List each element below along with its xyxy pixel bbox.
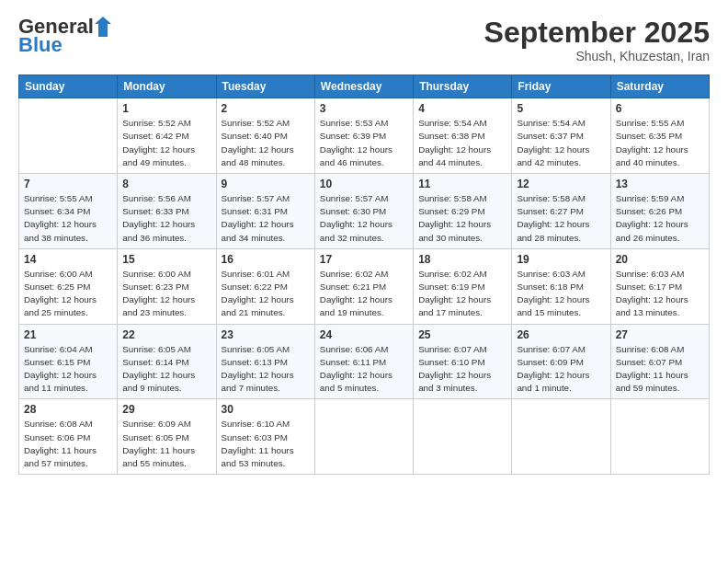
day-info: Sunrise: 6:06 AMSunset: 6:11 PMDaylight:… [320, 343, 408, 396]
calendar-cell: 2Sunrise: 5:52 AMSunset: 6:40 PMDaylight… [216, 98, 314, 174]
calendar-cell: 3Sunrise: 5:53 AMSunset: 6:39 PMDaylight… [314, 98, 413, 174]
calendar-page: General Blue September 2025 Shush, Khuze… [0, 0, 728, 563]
calendar-cell: 24Sunrise: 6:06 AMSunset: 6:11 PMDayligh… [314, 324, 413, 399]
day-number: 13 [616, 178, 704, 190]
day-info: Sunrise: 5:59 AMSunset: 6:26 PMDaylight:… [616, 192, 704, 245]
day-info: Sunrise: 5:55 AMSunset: 6:35 PMDaylight:… [616, 117, 704, 169]
calendar-cell [512, 399, 610, 475]
day-info: Sunrise: 6:02 AMSunset: 6:21 PMDaylight:… [320, 268, 408, 320]
day-info: Sunrise: 6:08 AMSunset: 6:06 PMDaylight:… [24, 418, 112, 470]
day-info: Sunrise: 6:05 AMSunset: 6:13 PMDaylight:… [222, 343, 310, 396]
day-number: 4 [418, 102, 506, 115]
calendar-cell: 18Sunrise: 6:02 AMSunset: 6:19 PMDayligh… [414, 248, 512, 324]
calendar-cell [19, 98, 118, 174]
calendar-cell: 9Sunrise: 5:57 AMSunset: 6:31 PMDaylight… [216, 174, 314, 249]
calendar-cell: 25Sunrise: 6:07 AMSunset: 6:10 PMDayligh… [414, 324, 512, 399]
calendar-cell: 6Sunrise: 5:55 AMSunset: 6:35 PMDaylight… [610, 98, 709, 174]
day-info: Sunrise: 5:54 AMSunset: 6:38 PMDaylight:… [418, 117, 506, 169]
calendar-cell: 22Sunrise: 6:05 AMSunset: 6:14 PMDayligh… [118, 324, 216, 399]
day-number: 30 [222, 403, 310, 416]
week-row-4: 21Sunrise: 6:04 AMSunset: 6:15 PMDayligh… [19, 324, 710, 399]
day-number: 8 [122, 178, 210, 190]
calendar-cell: 23Sunrise: 6:05 AMSunset: 6:13 PMDayligh… [216, 324, 314, 399]
week-row-5: 28Sunrise: 6:08 AMSunset: 6:06 PMDayligh… [19, 399, 710, 475]
calendar-cell: 27Sunrise: 6:08 AMSunset: 6:07 PMDayligh… [610, 324, 709, 399]
day-number: 29 [122, 403, 210, 416]
calendar-cell: 26Sunrise: 6:07 AMSunset: 6:09 PMDayligh… [512, 324, 610, 399]
location: Shush, Khuzestan, Iran [484, 49, 710, 63]
weekday-monday: Monday [118, 75, 216, 98]
week-row-1: 1Sunrise: 5:52 AMSunset: 6:42 PMDaylight… [19, 98, 710, 174]
weekday-friday: Friday [512, 75, 610, 98]
calendar-cell: 13Sunrise: 5:59 AMSunset: 6:26 PMDayligh… [610, 174, 709, 249]
day-info: Sunrise: 6:00 AMSunset: 6:25 PMDaylight:… [24, 268, 112, 320]
day-number: 9 [222, 178, 310, 190]
day-number: 27 [616, 328, 704, 341]
calendar-cell [610, 399, 709, 475]
day-number: 1 [122, 102, 210, 115]
calendar-cell [314, 399, 413, 475]
day-number: 17 [320, 253, 408, 266]
weekday-header-row: SundayMondayTuesdayWednesdayThursdayFrid… [19, 75, 710, 98]
day-number: 20 [616, 253, 704, 266]
day-number: 22 [122, 328, 210, 341]
day-number: 5 [517, 102, 605, 115]
svg-marker-0 [95, 17, 111, 37]
day-number: 14 [24, 253, 112, 266]
calendar-cell: 15Sunrise: 6:00 AMSunset: 6:23 PMDayligh… [118, 248, 216, 324]
calendar-cell: 19Sunrise: 6:03 AMSunset: 6:18 PMDayligh… [512, 248, 610, 324]
day-info: Sunrise: 5:58 AMSunset: 6:29 PMDaylight:… [418, 192, 506, 245]
calendar-cell: 21Sunrise: 6:04 AMSunset: 6:15 PMDayligh… [19, 324, 118, 399]
day-number: 7 [24, 178, 112, 190]
day-info: Sunrise: 6:03 AMSunset: 6:18 PMDaylight:… [517, 268, 605, 320]
calendar-cell: 10Sunrise: 5:57 AMSunset: 6:30 PMDayligh… [314, 174, 413, 249]
day-info: Sunrise: 5:58 AMSunset: 6:27 PMDaylight:… [517, 192, 605, 245]
calendar-cell: 7Sunrise: 5:55 AMSunset: 6:34 PMDaylight… [19, 174, 118, 249]
day-number: 6 [616, 102, 704, 115]
day-info: Sunrise: 6:07 AMSunset: 6:10 PMDaylight:… [418, 343, 506, 396]
day-info: Sunrise: 5:52 AMSunset: 6:42 PMDaylight:… [122, 117, 210, 169]
week-row-3: 14Sunrise: 6:00 AMSunset: 6:25 PMDayligh… [19, 248, 710, 324]
calendar-cell: 8Sunrise: 5:56 AMSunset: 6:33 PMDaylight… [118, 174, 216, 249]
weekday-thursday: Thursday [414, 75, 512, 98]
day-number: 24 [320, 328, 408, 341]
weekday-saturday: Saturday [610, 75, 709, 98]
day-number: 21 [24, 328, 112, 341]
day-number: 25 [418, 328, 506, 341]
day-info: Sunrise: 6:01 AMSunset: 6:22 PMDaylight:… [222, 268, 310, 320]
day-info: Sunrise: 5:57 AMSunset: 6:31 PMDaylight:… [222, 192, 310, 245]
calendar-cell: 1Sunrise: 5:52 AMSunset: 6:42 PMDaylight… [118, 98, 216, 174]
calendar-cell: 5Sunrise: 5:54 AMSunset: 6:37 PMDaylight… [512, 98, 610, 174]
day-info: Sunrise: 6:08 AMSunset: 6:07 PMDaylight:… [616, 343, 704, 396]
calendar-cell: 30Sunrise: 6:10 AMSunset: 6:03 PMDayligh… [216, 399, 314, 475]
day-number: 28 [24, 403, 112, 416]
weekday-sunday: Sunday [19, 75, 118, 98]
day-number: 11 [418, 178, 506, 190]
day-number: 10 [320, 178, 408, 190]
day-info: Sunrise: 6:05 AMSunset: 6:14 PMDaylight:… [122, 343, 210, 396]
day-number: 15 [122, 253, 210, 266]
calendar-cell: 17Sunrise: 6:02 AMSunset: 6:21 PMDayligh… [314, 248, 413, 324]
calendar-cell: 14Sunrise: 6:00 AMSunset: 6:25 PMDayligh… [19, 248, 118, 324]
day-info: Sunrise: 6:09 AMSunset: 6:05 PMDaylight:… [122, 418, 210, 470]
logo-icon [95, 17, 111, 37]
day-number: 18 [418, 253, 506, 266]
month-title: September 2025 [484, 17, 710, 49]
day-number: 2 [222, 102, 310, 115]
calendar-cell: 16Sunrise: 6:01 AMSunset: 6:22 PMDayligh… [216, 248, 314, 324]
calendar-cell: 4Sunrise: 5:54 AMSunset: 6:38 PMDaylight… [414, 98, 512, 174]
day-number: 26 [517, 328, 605, 341]
calendar-cell [414, 399, 512, 475]
day-info: Sunrise: 5:55 AMSunset: 6:34 PMDaylight:… [24, 192, 112, 245]
day-info: Sunrise: 6:10 AMSunset: 6:03 PMDaylight:… [222, 418, 310, 470]
day-info: Sunrise: 5:57 AMSunset: 6:30 PMDaylight:… [320, 192, 408, 245]
day-number: 23 [222, 328, 310, 341]
day-info: Sunrise: 5:52 AMSunset: 6:40 PMDaylight:… [222, 117, 310, 169]
day-number: 12 [517, 178, 605, 190]
calendar-cell: 12Sunrise: 5:58 AMSunset: 6:27 PMDayligh… [512, 174, 610, 249]
header: General Blue September 2025 Shush, Khuze… [18, 17, 710, 63]
calendar-cell: 28Sunrise: 6:08 AMSunset: 6:06 PMDayligh… [19, 399, 118, 475]
day-info: Sunrise: 6:07 AMSunset: 6:09 PMDaylight:… [517, 343, 605, 396]
day-info: Sunrise: 6:04 AMSunset: 6:15 PMDaylight:… [24, 343, 112, 396]
title-block: September 2025 Shush, Khuzestan, Iran [484, 17, 710, 63]
